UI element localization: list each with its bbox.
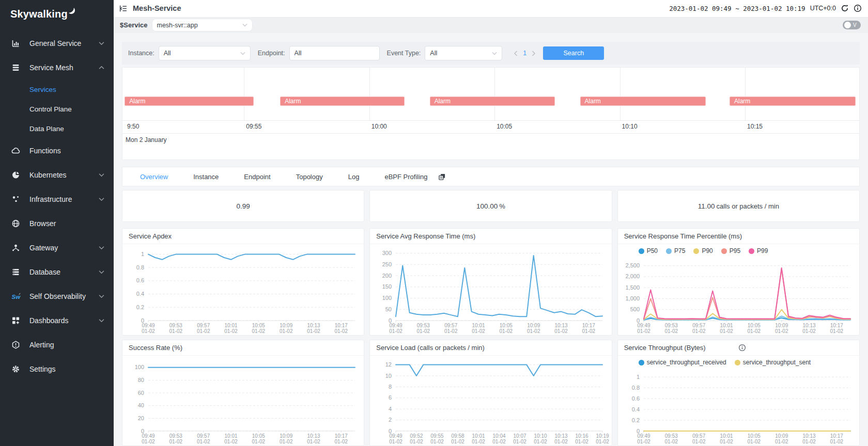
refresh-icon[interactable] — [841, 4, 849, 12]
svg-text:01-02: 01-02 — [390, 328, 403, 334]
time-range-picker[interactable]: 2023-01-02 09:49 ~ 2023-01-02 10:19 — [669, 5, 805, 12]
sidebar-item-database[interactable]: Database — [0, 260, 114, 284]
alarm-event-bar[interactable]: Alarm — [125, 97, 254, 106]
chart-card-success-rate: Success Rate (%)10080604020009:4901-0209… — [122, 340, 364, 446]
tab-overview[interactable]: Overview — [140, 173, 168, 181]
tab-log[interactable]: Log — [348, 173, 360, 181]
line-chart: 2,5002,0001,5001,000500009:4901-0209:530… — [618, 258, 859, 336]
tab-ebpf-profiling[interactable]: eBPF Profiling — [384, 173, 427, 181]
sidebar-item-label: Database — [29, 268, 60, 276]
chevron-left-icon[interactable] — [514, 51, 518, 56]
endpoint-input[interactable] — [289, 46, 380, 60]
chart-legend: P50P75P90P95P99 — [618, 244, 859, 258]
legend-item-p90[interactable]: P90 — [693, 247, 712, 254]
sidebar-item-gateway[interactable]: Gateway — [0, 235, 114, 260]
copy-icon[interactable] — [438, 173, 446, 181]
sidebar-item-service-mesh[interactable]: Service Mesh — [0, 55, 114, 79]
sidebar: Skywalking General ServiceService MeshSe… — [0, 0, 114, 446]
svg-text:1,500: 1,500 — [625, 284, 640, 291]
svg-text:01-02: 01-02 — [720, 439, 733, 444]
legend-item-p95[interactable]: P95 — [721, 247, 740, 254]
legend-label: P99 — [757, 247, 768, 254]
timeline-chart: AlarmAlarmAlarmAlarmAlarm — [122, 68, 859, 121]
chevron-right-icon[interactable] — [532, 51, 536, 56]
svg-text:01-02: 01-02 — [775, 328, 788, 334]
svg-text:20: 20 — [138, 415, 144, 421]
event-type-select[interactable]: All — [425, 46, 502, 60]
version-toggle[interactable]: V — [843, 21, 861, 29]
sidebar-item-dashboards[interactable]: Dashboards — [0, 308, 114, 332]
sidebar-item-label: Settings — [29, 365, 56, 373]
svg-text:10:13: 10:13 — [555, 433, 568, 439]
svg-text:50: 50 — [385, 306, 392, 312]
chart-title: Service Apdex — [129, 232, 358, 240]
alarm-event-bar[interactable]: Alarm — [580, 97, 706, 106]
service-select[interactable]: mesh-svr::app — [152, 19, 253, 31]
legend-item-service-throughput-sent[interactable]: service_throughput_sent — [735, 359, 811, 366]
svg-text:09:53: 09:53 — [169, 433, 182, 439]
svg-text:01-02: 01-02 — [280, 328, 293, 334]
sidebar-item-infrastructure[interactable]: Infrastructure — [0, 187, 114, 211]
svg-text:01-02: 01-02 — [197, 439, 210, 444]
svg-text:4: 4 — [389, 406, 392, 412]
svg-text:10:17: 10:17 — [582, 323, 595, 328]
sidebar-item-functions[interactable]: Functions — [0, 138, 114, 163]
legend-item-p75[interactable]: P75 — [666, 247, 685, 254]
app-logo[interactable]: Skywalking — [0, 0, 114, 31]
legend-item-p50[interactable]: P50 — [639, 247, 658, 254]
chart-card-service-throughput-bytes: Service Throughput (Bytes)service_throug… — [617, 340, 860, 446]
sidebar-item-general-service[interactable]: General Service — [0, 31, 114, 55]
tab-instance[interactable]: Instance — [193, 173, 219, 181]
svg-text:10:09: 10:09 — [775, 433, 788, 439]
sidebar-item-label: Data Plane — [29, 125, 64, 133]
logo-text: Skywalking — [10, 8, 68, 20]
svg-text:6: 6 — [389, 394, 392, 401]
metric-card: 0.99 — [122, 190, 364, 222]
collapse-sidebar-icon[interactable] — [119, 4, 128, 13]
chart-title: Service Response Time Percentile (ms) — [624, 232, 853, 240]
svg-text:300: 300 — [382, 250, 392, 256]
sidebar-item-data-plane[interactable]: Data Plane — [0, 119, 114, 138]
svg-text:01-02: 01-02 — [692, 439, 706, 444]
timezone-label: UTC+0:0 — [810, 5, 836, 12]
svg-text:200: 200 — [382, 273, 392, 279]
sidebar-item-services[interactable]: Services — [0, 79, 114, 99]
sidebar-item-browser[interactable]: Browser — [0, 211, 114, 235]
svg-text:0.4: 0.4 — [136, 291, 144, 297]
sidebar-item-settings[interactable]: Settings — [0, 357, 114, 381]
chevron-down-icon — [99, 270, 104, 274]
sidebar-item-alerting[interactable]: Alerting — [0, 332, 114, 357]
svg-text:01-02: 01-02 — [555, 328, 568, 334]
chart-title: Success Rate (%) — [129, 344, 358, 352]
svg-text:100: 100 — [382, 295, 392, 301]
page-number[interactable]: 1 — [523, 50, 526, 57]
svg-text:0.8: 0.8 — [136, 264, 144, 270]
svg-text:01-02: 01-02 — [500, 328, 513, 334]
search-button[interactable]: Search — [543, 46, 604, 60]
svg-text:01-02: 01-02 — [775, 439, 788, 444]
tab-endpoint[interactable]: Endpoint — [244, 173, 270, 181]
chart-title: Service Avg Response Time (ms) — [376, 232, 605, 240]
alarm-event-bar[interactable]: Alarm — [430, 97, 555, 106]
info-icon[interactable] — [738, 344, 853, 352]
alarm-event-bar[interactable]: Alarm — [730, 97, 856, 106]
legend-item-service-throughput-received[interactable]: service_throughput_received — [639, 359, 726, 366]
timeline-gridline — [494, 68, 495, 120]
svg-text:09:49: 09:49 — [637, 433, 650, 439]
timeline-gridline — [244, 68, 244, 120]
svg-text:01-02: 01-02 — [224, 439, 238, 444]
instance-select[interactable]: All — [159, 46, 251, 60]
main-panel: Mesh-Service 2023-01-02 09:49 ~ 2023-01-… — [114, 0, 868, 446]
sidebar-item-self-observability[interactable]: SwSelf Observability — [0, 284, 114, 308]
svg-text:09:57: 09:57 — [197, 433, 210, 439]
line-chart: 30025020015010050009:4901-0209:5301-0209… — [370, 244, 611, 336]
sidebar-item-kubernetes[interactable]: Kubernetes — [0, 163, 114, 187]
info-icon[interactable] — [854, 4, 862, 12]
sidebar-item-control-plane[interactable]: Control Plane — [0, 99, 114, 119]
svg-text:10:13: 10:13 — [802, 433, 815, 439]
tab-topology[interactable]: Topology — [296, 173, 323, 181]
svg-text:10:05: 10:05 — [747, 323, 760, 328]
legend-item-p99[interactable]: P99 — [749, 247, 768, 254]
alarm-event-bar[interactable]: Alarm — [280, 97, 405, 106]
svg-text:0.6: 0.6 — [631, 395, 639, 402]
